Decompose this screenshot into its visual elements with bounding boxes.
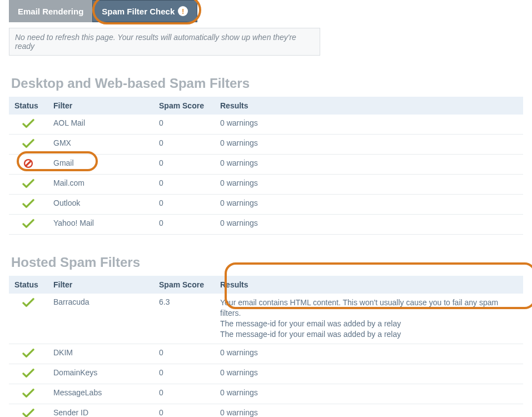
tabs-bar: Email Rendering Spam Filter Check ! xyxy=(9,0,523,22)
table-row[interactable]: Mail.com00 warnings xyxy=(9,175,523,195)
results-line: Your email contains HTML content. This w… xyxy=(220,297,518,319)
table-row[interactable]: DomainKeys00 warnings xyxy=(9,364,523,384)
tab-label: Spam Filter Check xyxy=(102,7,175,16)
spam-score: 0 xyxy=(153,404,215,417)
results-cell: 0 warnings xyxy=(215,404,523,417)
results-cell: 0 warnings xyxy=(215,384,523,404)
status-cell xyxy=(9,115,48,135)
results-cell: 0 warnings xyxy=(215,115,523,135)
results-cell: 0 warnings xyxy=(215,344,523,364)
check-icon xyxy=(22,351,34,360)
section-title-hosted: Hosted Spam Filters xyxy=(11,255,523,270)
status-cell xyxy=(9,135,48,155)
table-row[interactable]: Barracuda6.3Your email contains HTML con… xyxy=(9,294,523,344)
filter-name: AOL Mail xyxy=(48,115,153,135)
results-cell: 0 warnings xyxy=(215,195,523,215)
filter-name: Sender ID xyxy=(48,404,153,417)
results-cell: 0 warnings xyxy=(215,175,523,195)
section-title-desktop: Desktop and Web-based Spam Filters xyxy=(11,76,523,91)
spam-score: 6.3 xyxy=(153,294,215,344)
filter-name: MessageLabs xyxy=(48,384,153,404)
spam-score: 0 xyxy=(153,135,215,155)
hosted-filters-table: Status Filter Spam Score Results Barracu… xyxy=(9,276,523,417)
check-icon xyxy=(22,300,34,309)
filter-name: DKIM xyxy=(48,344,153,364)
status-cell xyxy=(9,215,48,235)
check-icon xyxy=(22,181,34,190)
check-icon xyxy=(22,221,34,230)
table-row[interactable]: Outlook00 warnings xyxy=(9,195,523,215)
table-row[interactable]: Gmail00 warnings xyxy=(9,155,523,175)
results-cell: Your email contains HTML content. This w… xyxy=(215,294,523,344)
status-cell xyxy=(9,344,48,364)
desktop-filters-table: Status Filter Spam Score Results AOL Mai… xyxy=(9,97,523,235)
col-header-score: Spam Score xyxy=(153,276,215,294)
table-row[interactable]: DKIM00 warnings xyxy=(9,344,523,364)
status-cell xyxy=(9,384,48,404)
filter-name: Gmail xyxy=(48,155,153,175)
col-header-status: Status xyxy=(9,276,48,294)
check-icon xyxy=(22,411,34,417)
col-header-filter: Filter xyxy=(48,276,153,294)
results-line: The message-id for your email was added … xyxy=(220,319,518,329)
status-cell xyxy=(9,364,48,384)
auto-refresh-notice: No need to refresh this page. Your resul… xyxy=(9,28,320,56)
check-icon xyxy=(22,371,34,380)
warning-badge-icon: ! xyxy=(178,6,188,16)
spam-score: 0 xyxy=(153,344,215,364)
tab-email-rendering[interactable]: Email Rendering xyxy=(9,0,92,22)
results-line: The message-id for your email was added … xyxy=(220,329,518,340)
status-cell xyxy=(9,404,48,417)
tab-label: Email Rendering xyxy=(18,7,83,16)
table-row[interactable]: MessageLabs00 warnings xyxy=(9,384,523,404)
filter-name: Mail.com xyxy=(48,175,153,195)
filter-name: DomainKeys xyxy=(48,364,153,384)
spam-score: 0 xyxy=(153,175,215,195)
filter-name: GMX xyxy=(48,135,153,155)
col-header-results: Results xyxy=(215,276,523,294)
table-row[interactable]: GMX00 warnings xyxy=(9,135,523,155)
results-cell: 0 warnings xyxy=(215,364,523,384)
status-cell xyxy=(9,175,48,195)
filter-name: Outlook xyxy=(48,195,153,215)
filter-name: Barracuda xyxy=(48,294,153,344)
status-cell xyxy=(9,195,48,215)
table-row[interactable]: Sender ID00 warnings xyxy=(9,404,523,417)
spam-score: 0 xyxy=(153,364,215,384)
results-cell: 0 warnings xyxy=(215,135,523,155)
status-cell xyxy=(9,294,48,344)
check-icon xyxy=(22,391,34,400)
check-icon xyxy=(22,201,34,210)
table-row[interactable]: AOL Mail00 warnings xyxy=(9,115,523,135)
status-cell xyxy=(9,155,48,175)
spam-score: 0 xyxy=(153,384,215,404)
filter-name: Yahoo! Mail xyxy=(48,215,153,235)
spam-score: 0 xyxy=(153,155,215,175)
table-row[interactable]: Yahoo! Mail00 warnings xyxy=(9,215,523,235)
block-icon xyxy=(22,161,34,170)
tab-spam-filter-check[interactable]: Spam Filter Check ! xyxy=(92,0,197,22)
results-cell: 0 warnings xyxy=(215,155,523,175)
col-header-status: Status xyxy=(9,97,48,115)
col-header-score: Spam Score xyxy=(153,97,215,115)
spam-score: 0 xyxy=(153,115,215,135)
col-header-filter: Filter xyxy=(48,97,153,115)
check-icon xyxy=(22,141,34,150)
spam-score: 0 xyxy=(153,195,215,215)
results-cell: 0 warnings xyxy=(215,215,523,235)
spam-score: 0 xyxy=(153,215,215,235)
check-icon xyxy=(22,121,34,130)
col-header-results: Results xyxy=(215,97,523,115)
